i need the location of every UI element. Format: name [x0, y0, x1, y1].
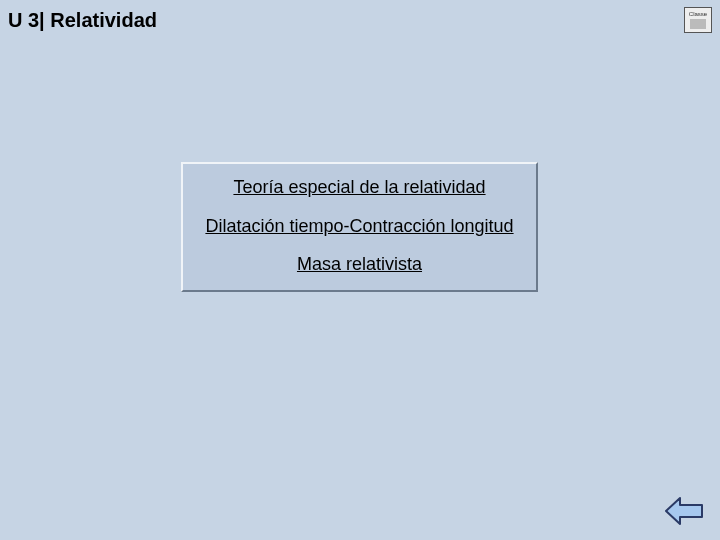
logo-shape-icon	[690, 19, 706, 29]
header: U 3| Relatividad Classe	[0, 0, 720, 40]
arrow-left-icon	[664, 496, 704, 526]
menu-link-dilatacion[interactable]: Dilatación tiempo-Contracción longitud	[199, 215, 520, 238]
menu-link-masa[interactable]: Masa relativista	[199, 253, 520, 276]
page-title: U 3| Relatividad	[8, 9, 157, 32]
back-button[interactable]	[664, 496, 704, 526]
menu-link-teoria[interactable]: Teoría especial de la relatividad	[199, 176, 520, 199]
menu-box: Teoría especial de la relatividad Dilata…	[181, 162, 538, 292]
svg-marker-0	[666, 498, 702, 524]
logo: Classe	[684, 7, 712, 33]
logo-text: Classe	[689, 11, 707, 17]
